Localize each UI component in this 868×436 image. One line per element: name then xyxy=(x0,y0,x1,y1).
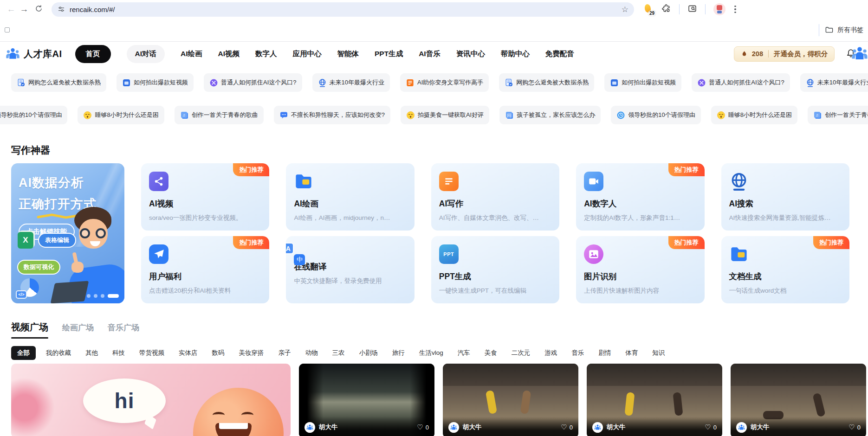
nav-free-dubbing[interactable]: 免费配音 xyxy=(545,49,574,59)
nav-ai-music[interactable]: AI音乐 xyxy=(419,49,440,59)
category-games[interactable]: 游戏 xyxy=(540,346,561,360)
topic-chip[interactable]: AI助你变身文章写作高手 xyxy=(400,73,489,92)
topic-chip[interactable]: 创作一首关于青春的歌曲 xyxy=(808,106,868,124)
carousel-dot[interactable] xyxy=(87,294,91,298)
topic-chip[interactable]: 网购怎么避免被大数据杀熟 xyxy=(499,73,594,92)
topic-chip[interactable]: 普通人如何抓住AI这个风口? xyxy=(204,73,302,92)
url-text[interactable]: rencaik.com/#/ xyxy=(70,6,115,13)
category-ecommerce[interactable]: 带货视频 xyxy=(135,346,168,360)
like-counter[interactable]: ♡ 0 xyxy=(417,423,429,431)
floating-widget-icon[interactable] xyxy=(851,45,868,62)
category-favorites[interactable]: 我的收藏 xyxy=(42,346,75,360)
like-counter[interactable]: ♡ 0 xyxy=(561,423,573,431)
bookmark-favicon[interactable] xyxy=(5,27,10,32)
tool-card-ai-video[interactable]: 热门推荐 AI视频 sora/veo一张图片秒变专业视频。 xyxy=(141,163,269,231)
brand-logo-icon[interactable] xyxy=(6,47,20,61)
tool-card-ppt[interactable]: PPT PPT生成 一键快速生成PPT，可在线编辑 xyxy=(431,236,559,303)
category-store[interactable]: 实体店 xyxy=(175,346,202,360)
nav-ai-paint[interactable]: AI绘画 xyxy=(181,49,202,59)
creator-name[interactable]: 胡大牛 xyxy=(751,423,770,431)
all-bookmarks-button[interactable]: 所有书签 xyxy=(825,26,863,34)
bookmark-star-icon[interactable]: ☆ xyxy=(622,5,628,14)
category-other[interactable]: 其他 xyxy=(81,346,102,360)
creator-avatar[interactable] xyxy=(736,422,747,433)
tool-card-ai-search[interactable]: AI搜索 AI快速搜索全网海量资源,智能提炼… xyxy=(721,163,849,231)
category-all[interactable]: 全部 xyxy=(11,346,36,360)
heart-icon[interactable]: ♡ xyxy=(705,423,711,431)
video-card[interactable]: 胡大牛 ♡ 0 xyxy=(299,364,434,436)
topic-chip[interactable]: 普通人如何抓住AI这个风口? xyxy=(692,73,790,92)
video-card[interactable]: 胡大牛 ♡ 0 xyxy=(587,364,722,436)
nav-app-center[interactable]: 应用中心 xyxy=(293,49,322,59)
topic-chip[interactable]: 如何拍出爆款短视频 xyxy=(117,73,194,92)
tool-card-image-recognition[interactable]: 热门推荐 图片识别 上传图片快速解析图片内容 xyxy=(576,236,704,303)
browser-menu-button[interactable] xyxy=(733,5,737,14)
category-music[interactable]: 音乐 xyxy=(567,346,588,360)
brand-name[interactable]: 人才库AI xyxy=(24,48,62,60)
topic-chip[interactable]: 不擅长和异性聊天，应该如何改变? xyxy=(274,106,390,124)
tool-card-digital-human[interactable]: 热门推荐 AI数字人 定制我的AI数字人，形象声音1:1… xyxy=(576,163,704,231)
site-settings-icon[interactable] xyxy=(57,5,65,13)
carousel-dots[interactable] xyxy=(87,294,119,298)
category-knowledge[interactable]: 知识 xyxy=(648,346,669,360)
tool-card-ai-writing[interactable]: AI写作 AI写作、自媒体文章润色、改写、… xyxy=(431,163,559,231)
category-parenting[interactable]: 亲子 xyxy=(274,346,295,360)
heart-icon[interactable]: ♡ xyxy=(849,423,855,431)
creator-name[interactable]: 胡大牛 xyxy=(463,423,482,431)
topic-chip[interactable]: 未来10年最爆火行业 xyxy=(312,73,390,92)
nav-help[interactable]: 帮助中心 xyxy=(501,49,530,59)
member-points-button[interactable]: 208 开通会员，得积分 xyxy=(734,46,835,62)
carousel-dot[interactable] xyxy=(94,294,97,298)
category-anime[interactable]: 二次元 xyxy=(507,346,535,360)
video-card[interactable]: 胡大牛 ♡ 0 xyxy=(443,364,578,436)
topic-chip[interactable]: 睡够8小时为什么还是困 xyxy=(78,106,164,124)
carousel-dot[interactable] xyxy=(101,294,104,298)
tab-paint-plaza[interactable]: 绘画广场 xyxy=(62,322,94,333)
creator-name[interactable]: 胡大牛 xyxy=(607,423,626,431)
like-counter[interactable]: ♡ 0 xyxy=(705,423,717,431)
creator-avatar[interactable] xyxy=(448,422,459,433)
category-sports[interactable]: 体育 xyxy=(621,346,642,360)
nav-ai-chat[interactable]: AI对话 xyxy=(127,45,165,63)
nav-ai-video[interactable]: AI视频 xyxy=(218,49,240,59)
topic-chip[interactable]: 睡够8小时为什么还是困 xyxy=(711,106,797,124)
category-vlog[interactable]: 生活vlog xyxy=(415,346,447,360)
topic-chip[interactable]: 如何拍出爆款短视频 xyxy=(604,73,681,92)
topic-chip[interactable]: 领导秒批的10个请假理由 xyxy=(0,106,67,124)
creator-avatar[interactable] xyxy=(592,422,603,433)
promo-banner[interactable]: AI数据分析 正确打开方式 点击解锁技能 X 表格编辑 数据可视化 </> xyxy=(11,163,124,303)
side-search-button[interactable] xyxy=(687,4,697,15)
topic-chip[interactable]: 未来10年最爆火行业 xyxy=(800,73,868,92)
video-card[interactable]: 胡大牛 ♡ 0 xyxy=(731,364,866,436)
tab-video-plaza[interactable]: 视频广场 xyxy=(11,321,48,333)
carousel-dot-active[interactable] xyxy=(108,294,119,298)
category-farming[interactable]: 三农 xyxy=(328,346,349,360)
nav-ppt[interactable]: PPT生成 xyxy=(375,49,403,59)
category-tech[interactable]: 科技 xyxy=(108,346,129,360)
extension-coin-icon[interactable]: 29 xyxy=(643,4,654,14)
category-travel[interactable]: 旅行 xyxy=(388,346,409,360)
extensions-button[interactable] xyxy=(661,4,671,15)
category-digital[interactable]: 数码 xyxy=(208,346,229,360)
category-animals[interactable]: 动物 xyxy=(301,346,322,360)
heart-icon[interactable]: ♡ xyxy=(417,423,423,431)
back-button[interactable]: ← xyxy=(5,4,18,14)
nav-agent[interactable]: 智能体 xyxy=(337,49,359,59)
tool-card-welfare[interactable]: 热门推荐 用户福利 点击赠送20积分和AI相关资料 xyxy=(141,236,269,303)
profile-avatar[interactable] xyxy=(713,3,725,15)
creator-avatar[interactable] xyxy=(304,422,315,433)
tool-card-ai-paint[interactable]: AI绘画 AI绘画，AI画画，midjourney，n… xyxy=(286,163,414,231)
tool-card-doc-generate[interactable]: 热门推荐 文档生成 一句话生成word文档 xyxy=(721,236,849,303)
topic-chip[interactable]: 领导秒批的10个请假理由 xyxy=(611,106,700,124)
nav-news[interactable]: 资讯中心 xyxy=(456,49,485,59)
category-beauty[interactable]: 美妆穿搭 xyxy=(235,346,268,360)
heart-icon[interactable]: ♡ xyxy=(561,423,567,431)
category-food[interactable]: 美食 xyxy=(480,346,501,360)
category-drama[interactable]: 剧情 xyxy=(594,346,615,360)
category-skits[interactable]: 小剧场 xyxy=(355,346,382,360)
tab-music-plaza[interactable]: 音乐广场 xyxy=(108,322,139,333)
promo-card-hi[interactable]: hi xyxy=(11,364,291,436)
nav-home[interactable]: 首页 xyxy=(75,45,111,63)
tool-card-translate[interactable]: 中A 在线翻译 中英文快捷翻译，登录免费使用 xyxy=(286,236,414,303)
forward-button[interactable]: → xyxy=(18,4,31,14)
